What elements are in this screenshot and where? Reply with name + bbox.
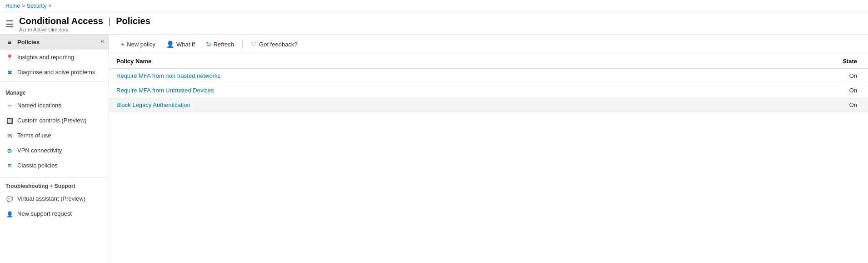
policy-name-cell: Block Legacy Authentication (109, 98, 704, 112)
refresh-button[interactable]: ↻ Refresh (201, 38, 239, 50)
page-title: Conditional Access | Policies Azure Acti… (19, 16, 150, 32)
column-header-policy-name: Policy Name (109, 54, 704, 69)
support-icon (5, 210, 14, 217)
sidebar: « Policies Insights and reporting Diagno… (0, 35, 109, 263)
table-row[interactable]: Require MFA from Untrusted DevicesOn (109, 83, 868, 98)
column-header-state: State (704, 54, 868, 69)
policy-table: Policy Name State Require MFA from non t… (109, 54, 868, 112)
diagnose-icon (5, 68, 14, 76)
page-header: ☰ Conditional Access | Policies Azure Ac… (0, 12, 868, 34)
troubleshooting-section-label: Troubleshooting + Support (0, 177, 109, 191)
sidebar-collapse-button[interactable]: « (99, 36, 106, 46)
sidebar-item-diagnose[interactable]: Diagnose and solve problems (0, 65, 109, 80)
title-pipe: | (108, 16, 113, 26)
sidebar-divider-1 (0, 81, 109, 82)
sidebar-divider-2 (0, 175, 109, 175)
policy-state-cell: On (704, 83, 868, 98)
policies-icon (5, 38, 14, 46)
insights-icon (5, 53, 14, 61)
policy-name-cell: Require MFA from non trusted networks (109, 69, 704, 83)
terms-icon (5, 132, 14, 139)
new-policy-button[interactable]: + New policy (116, 38, 160, 50)
policy-name-cell: Require MFA from Untrusted Devices (109, 83, 704, 98)
feedback-label: Got feedback? (259, 41, 298, 48)
policy-state-cell: On (704, 98, 868, 112)
virtual-assistant-icon (5, 195, 14, 202)
page-subtitle: Azure Active Directory (19, 27, 150, 32)
table-header-row: Policy Name State (109, 54, 868, 69)
toolbar-separator (242, 40, 243, 49)
feedback-button[interactable]: ♡ Got feedback? (246, 38, 302, 50)
sidebar-label-diagnose: Diagnose and solve problems (17, 69, 95, 76)
sidebar-label-insights: Insights and reporting (17, 54, 74, 61)
sidebar-item-policies[interactable]: Policies (0, 35, 109, 50)
what-if-label: What if (176, 41, 195, 48)
named-locations-icon (5, 101, 14, 109)
refresh-label: Refresh (214, 41, 234, 48)
sidebar-label-vpn: VPN connectivity (17, 147, 62, 154)
content-area: + New policy 👤 What if ↻ Refresh ♡ Got f… (109, 35, 868, 263)
breadcrumb-home[interactable]: Home (5, 3, 20, 9)
custom-controls-icon (5, 116, 14, 124)
what-if-icon: 👤 (166, 40, 174, 48)
policy-name-link[interactable]: Require MFA from Untrusted Devices (116, 87, 214, 94)
vpn-icon (5, 147, 14, 154)
sidebar-label-policies: Policies (17, 39, 40, 46)
main-layout: « Policies Insights and reporting Diagno… (0, 34, 868, 263)
sidebar-label-custom-controls: Custom controls (Preview) (17, 117, 86, 124)
manage-section-label: Manage (0, 84, 109, 98)
policy-table-container: Policy Name State Require MFA from non t… (109, 54, 868, 263)
header-icon: ☰ (5, 19, 14, 30)
sidebar-item-custom-controls[interactable]: Custom controls (Preview) (0, 113, 109, 128)
plus-icon: + (121, 40, 125, 48)
policy-name-link[interactable]: Block Legacy Authentication (116, 101, 190, 108)
sidebar-label-virtual: Virtual assistant (Preview) (17, 195, 85, 202)
classic-policies-icon (5, 162, 14, 169)
sidebar-item-insights[interactable]: Insights and reporting (0, 50, 109, 65)
title-main: Conditional Access (19, 16, 103, 26)
what-if-button[interactable]: 👤 What if (162, 38, 199, 50)
refresh-icon: ↻ (206, 40, 211, 48)
policy-name-link[interactable]: Require MFA from non trusted networks (116, 72, 220, 79)
sidebar-item-vpn[interactable]: VPN connectivity (0, 143, 109, 158)
table-row[interactable]: Block Legacy AuthenticationOn (109, 98, 868, 112)
new-policy-label: New policy (127, 41, 155, 48)
sidebar-label-named-locations: Named locations (17, 102, 61, 109)
sidebar-item-named-locations[interactable]: Named locations (0, 98, 109, 113)
sidebar-item-classic-policies[interactable]: Classic policies (0, 158, 109, 173)
sidebar-label-terms: Terms of use (17, 132, 51, 139)
breadcrumb: Home > Security > (0, 0, 868, 12)
table-row[interactable]: Require MFA from non trusted networksOn (109, 69, 868, 83)
sidebar-item-virtual-assistant[interactable]: Virtual assistant (Preview) (0, 191, 109, 206)
sidebar-label-classic: Classic policies (17, 162, 58, 169)
sidebar-item-terms-of-use[interactable]: Terms of use (0, 128, 109, 143)
breadcrumb-security[interactable]: Security (27, 3, 46, 9)
policy-state-cell: On (704, 69, 868, 83)
sidebar-item-new-support[interactable]: New support request (0, 206, 109, 221)
sidebar-label-support: New support request (17, 210, 72, 217)
title-section: Policies (116, 16, 150, 26)
feedback-icon: ♡ (251, 40, 257, 48)
toolbar: + New policy 👤 What if ↻ Refresh ♡ Got f… (109, 35, 868, 54)
